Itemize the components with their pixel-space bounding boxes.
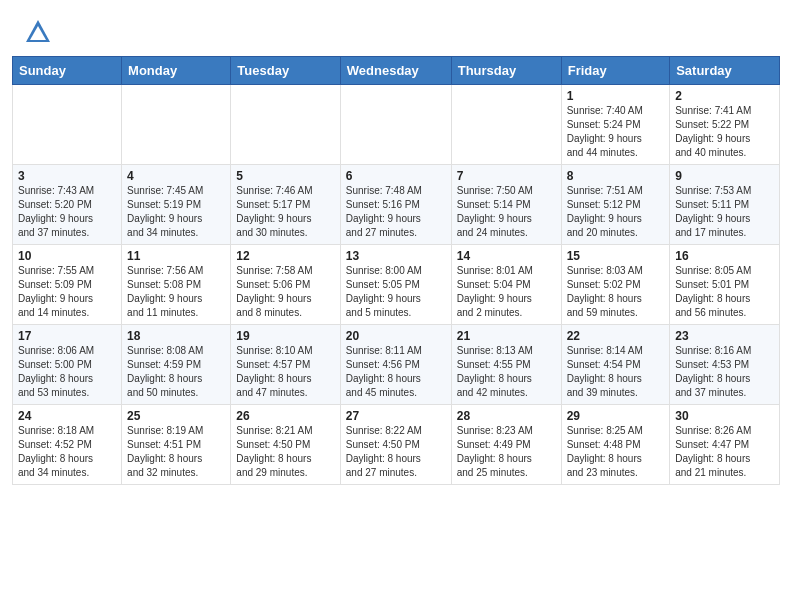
calendar-cell: 24Sunrise: 8:18 AM Sunset: 4:52 PM Dayli…	[13, 405, 122, 485]
calendar-cell	[340, 85, 451, 165]
calendar-cell: 2Sunrise: 7:41 AM Sunset: 5:22 PM Daylig…	[670, 85, 780, 165]
calendar-cell: 27Sunrise: 8:22 AM Sunset: 4:50 PM Dayli…	[340, 405, 451, 485]
calendar-cell: 10Sunrise: 7:55 AM Sunset: 5:09 PM Dayli…	[13, 245, 122, 325]
day-number: 12	[236, 249, 334, 263]
calendar-cell	[231, 85, 340, 165]
day-info: Sunrise: 8:06 AM Sunset: 5:00 PM Dayligh…	[18, 344, 116, 400]
day-number: 1	[567, 89, 665, 103]
day-number: 20	[346, 329, 446, 343]
day-info: Sunrise: 8:10 AM Sunset: 4:57 PM Dayligh…	[236, 344, 334, 400]
day-number: 4	[127, 169, 225, 183]
calendar-cell: 15Sunrise: 8:03 AM Sunset: 5:02 PM Dayli…	[561, 245, 670, 325]
day-number: 2	[675, 89, 774, 103]
calendar-cell: 12Sunrise: 7:58 AM Sunset: 5:06 PM Dayli…	[231, 245, 340, 325]
day-number: 9	[675, 169, 774, 183]
calendar-cell: 20Sunrise: 8:11 AM Sunset: 4:56 PM Dayli…	[340, 325, 451, 405]
calendar-table: SundayMondayTuesdayWednesdayThursdayFrid…	[12, 56, 780, 485]
calendar-cell: 14Sunrise: 8:01 AM Sunset: 5:04 PM Dayli…	[451, 245, 561, 325]
day-number: 7	[457, 169, 556, 183]
day-number: 13	[346, 249, 446, 263]
calendar-cell: 30Sunrise: 8:26 AM Sunset: 4:47 PM Dayli…	[670, 405, 780, 485]
day-info: Sunrise: 8:03 AM Sunset: 5:02 PM Dayligh…	[567, 264, 665, 320]
day-number: 22	[567, 329, 665, 343]
day-info: Sunrise: 8:14 AM Sunset: 4:54 PM Dayligh…	[567, 344, 665, 400]
day-info: Sunrise: 8:08 AM Sunset: 4:59 PM Dayligh…	[127, 344, 225, 400]
column-header-friday: Friday	[561, 57, 670, 85]
day-number: 16	[675, 249, 774, 263]
day-info: Sunrise: 8:26 AM Sunset: 4:47 PM Dayligh…	[675, 424, 774, 480]
calendar-body: 1Sunrise: 7:40 AM Sunset: 5:24 PM Daylig…	[13, 85, 780, 485]
day-info: Sunrise: 7:51 AM Sunset: 5:12 PM Dayligh…	[567, 184, 665, 240]
day-info: Sunrise: 8:19 AM Sunset: 4:51 PM Dayligh…	[127, 424, 225, 480]
page-header	[0, 0, 792, 56]
calendar-cell: 16Sunrise: 8:05 AM Sunset: 5:01 PM Dayli…	[670, 245, 780, 325]
day-number: 14	[457, 249, 556, 263]
day-number: 6	[346, 169, 446, 183]
week-row-3: 10Sunrise: 7:55 AM Sunset: 5:09 PM Dayli…	[13, 245, 780, 325]
day-info: Sunrise: 7:43 AM Sunset: 5:20 PM Dayligh…	[18, 184, 116, 240]
day-info: Sunrise: 8:21 AM Sunset: 4:50 PM Dayligh…	[236, 424, 334, 480]
calendar-cell: 8Sunrise: 7:51 AM Sunset: 5:12 PM Daylig…	[561, 165, 670, 245]
day-info: Sunrise: 7:55 AM Sunset: 5:09 PM Dayligh…	[18, 264, 116, 320]
calendar-header: SundayMondayTuesdayWednesdayThursdayFrid…	[13, 57, 780, 85]
day-info: Sunrise: 8:18 AM Sunset: 4:52 PM Dayligh…	[18, 424, 116, 480]
day-info: Sunrise: 7:53 AM Sunset: 5:11 PM Dayligh…	[675, 184, 774, 240]
column-header-saturday: Saturday	[670, 57, 780, 85]
day-number: 23	[675, 329, 774, 343]
column-header-thursday: Thursday	[451, 57, 561, 85]
calendar-cell: 29Sunrise: 8:25 AM Sunset: 4:48 PM Dayli…	[561, 405, 670, 485]
day-number: 29	[567, 409, 665, 423]
column-header-wednesday: Wednesday	[340, 57, 451, 85]
day-info: Sunrise: 7:58 AM Sunset: 5:06 PM Dayligh…	[236, 264, 334, 320]
logo	[24, 18, 56, 46]
day-info: Sunrise: 8:23 AM Sunset: 4:49 PM Dayligh…	[457, 424, 556, 480]
column-header-monday: Monday	[122, 57, 231, 85]
day-number: 8	[567, 169, 665, 183]
calendar-cell	[13, 85, 122, 165]
column-header-sunday: Sunday	[13, 57, 122, 85]
day-number: 5	[236, 169, 334, 183]
calendar-cell: 22Sunrise: 8:14 AM Sunset: 4:54 PM Dayli…	[561, 325, 670, 405]
day-number: 11	[127, 249, 225, 263]
day-info: Sunrise: 8:01 AM Sunset: 5:04 PM Dayligh…	[457, 264, 556, 320]
calendar-cell: 17Sunrise: 8:06 AM Sunset: 5:00 PM Dayli…	[13, 325, 122, 405]
day-number: 10	[18, 249, 116, 263]
day-number: 24	[18, 409, 116, 423]
calendar-cell: 23Sunrise: 8:16 AM Sunset: 4:53 PM Dayli…	[670, 325, 780, 405]
day-number: 27	[346, 409, 446, 423]
week-row-1: 1Sunrise: 7:40 AM Sunset: 5:24 PM Daylig…	[13, 85, 780, 165]
calendar-cell: 21Sunrise: 8:13 AM Sunset: 4:55 PM Dayli…	[451, 325, 561, 405]
calendar-wrapper: SundayMondayTuesdayWednesdayThursdayFrid…	[0, 56, 792, 497]
week-row-4: 17Sunrise: 8:06 AM Sunset: 5:00 PM Dayli…	[13, 325, 780, 405]
calendar-cell: 28Sunrise: 8:23 AM Sunset: 4:49 PM Dayli…	[451, 405, 561, 485]
logo-icon	[24, 18, 52, 46]
calendar-cell: 13Sunrise: 8:00 AM Sunset: 5:05 PM Dayli…	[340, 245, 451, 325]
day-number: 25	[127, 409, 225, 423]
day-number: 18	[127, 329, 225, 343]
day-info: Sunrise: 7:48 AM Sunset: 5:16 PM Dayligh…	[346, 184, 446, 240]
column-header-tuesday: Tuesday	[231, 57, 340, 85]
day-info: Sunrise: 7:45 AM Sunset: 5:19 PM Dayligh…	[127, 184, 225, 240]
calendar-cell: 3Sunrise: 7:43 AM Sunset: 5:20 PM Daylig…	[13, 165, 122, 245]
calendar-cell: 11Sunrise: 7:56 AM Sunset: 5:08 PM Dayli…	[122, 245, 231, 325]
day-number: 30	[675, 409, 774, 423]
day-info: Sunrise: 7:41 AM Sunset: 5:22 PM Dayligh…	[675, 104, 774, 160]
day-info: Sunrise: 8:16 AM Sunset: 4:53 PM Dayligh…	[675, 344, 774, 400]
header-row: SundayMondayTuesdayWednesdayThursdayFrid…	[13, 57, 780, 85]
week-row-5: 24Sunrise: 8:18 AM Sunset: 4:52 PM Dayli…	[13, 405, 780, 485]
calendar-cell	[451, 85, 561, 165]
calendar-cell: 5Sunrise: 7:46 AM Sunset: 5:17 PM Daylig…	[231, 165, 340, 245]
day-info: Sunrise: 8:22 AM Sunset: 4:50 PM Dayligh…	[346, 424, 446, 480]
day-info: Sunrise: 7:56 AM Sunset: 5:08 PM Dayligh…	[127, 264, 225, 320]
calendar-cell: 9Sunrise: 7:53 AM Sunset: 5:11 PM Daylig…	[670, 165, 780, 245]
calendar-cell: 6Sunrise: 7:48 AM Sunset: 5:16 PM Daylig…	[340, 165, 451, 245]
calendar-cell: 26Sunrise: 8:21 AM Sunset: 4:50 PM Dayli…	[231, 405, 340, 485]
day-info: Sunrise: 8:11 AM Sunset: 4:56 PM Dayligh…	[346, 344, 446, 400]
day-number: 17	[18, 329, 116, 343]
day-info: Sunrise: 7:50 AM Sunset: 5:14 PM Dayligh…	[457, 184, 556, 240]
calendar-cell: 7Sunrise: 7:50 AM Sunset: 5:14 PM Daylig…	[451, 165, 561, 245]
day-number: 19	[236, 329, 334, 343]
day-info: Sunrise: 8:13 AM Sunset: 4:55 PM Dayligh…	[457, 344, 556, 400]
day-number: 21	[457, 329, 556, 343]
calendar-cell: 19Sunrise: 8:10 AM Sunset: 4:57 PM Dayli…	[231, 325, 340, 405]
